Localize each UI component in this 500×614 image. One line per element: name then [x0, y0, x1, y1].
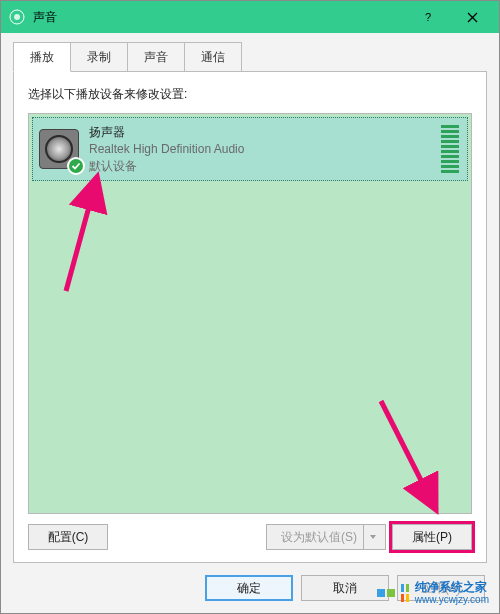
device-icon-wrap [39, 129, 79, 169]
tab-playback[interactable]: 播放 [13, 42, 71, 72]
set-default-button[interactable]: 设为默认值(S) [266, 524, 386, 550]
sound-dialog: 声音 ? 播放 录制 声音 通信 选择以下播放设备来修改设置: [0, 0, 500, 614]
help-button[interactable]: ? [405, 1, 450, 33]
titlebar: 声音 ? [1, 1, 499, 33]
watermark-brand: 纯净系统之家 [415, 581, 489, 594]
watermark-text: 纯净系统之家 www.ycwjzy.com [415, 581, 489, 605]
default-check-icon [67, 157, 85, 175]
sound-app-icon [9, 9, 25, 25]
device-list[interactable]: 扬声器 Realtek High Definition Audio 默认设备 [28, 113, 472, 514]
watermark-logo-icon [401, 584, 409, 602]
level-meter [441, 125, 461, 173]
dialog-body: 播放 录制 声音 通信 选择以下播放设备来修改设置: [1, 33, 499, 613]
properties-button[interactable]: 属性(P) [392, 524, 472, 550]
watermark: 纯净系统之家 www.ycwjzy.com [373, 579, 493, 607]
button-label: 配置(C) [48, 529, 89, 546]
tab-label: 录制 [87, 50, 111, 64]
svg-marker-5 [370, 535, 376, 539]
ok-button[interactable]: 确定 [205, 575, 293, 601]
watermark-url: www.ycwjzy.com [415, 594, 489, 605]
chevron-down-icon [363, 525, 381, 549]
tab-communications[interactable]: 通信 [184, 42, 242, 71]
device-name: 扬声器 [89, 124, 431, 141]
tab-label: 通信 [201, 50, 225, 64]
device-driver: Realtek High Definition Audio [89, 141, 431, 158]
device-item[interactable]: 扬声器 Realtek High Definition Audio 默认设备 [32, 117, 468, 181]
tabstrip: 播放 录制 声音 通信 [13, 43, 487, 71]
tab-label: 声音 [144, 50, 168, 64]
button-label: 设为默认值(S) [281, 529, 357, 546]
close-button[interactable] [450, 1, 495, 33]
svg-text:?: ? [424, 11, 430, 23]
tab-sounds[interactable]: 声音 [127, 42, 185, 71]
window-title: 声音 [33, 9, 405, 26]
svg-point-1 [14, 14, 20, 20]
device-status: 默认设备 [89, 158, 431, 175]
device-text: 扬声器 Realtek High Definition Audio 默认设备 [89, 124, 431, 174]
tab-label: 播放 [30, 50, 54, 64]
configure-button[interactable]: 配置(C) [28, 524, 108, 550]
button-label: 取消 [333, 580, 357, 597]
button-label: 属性(P) [412, 529, 452, 546]
tab-panel-playback: 选择以下播放设备来修改设置: 扬声器 Realtek High Definiti… [13, 71, 487, 563]
tab-recording[interactable]: 录制 [70, 42, 128, 71]
panel-buttons: 配置(C) 设为默认值(S) 属性(P) [28, 524, 472, 550]
panel-hint: 选择以下播放设备来修改设置: [28, 86, 472, 103]
button-label: 确定 [237, 580, 261, 597]
watermark-logo-icon [377, 589, 395, 597]
